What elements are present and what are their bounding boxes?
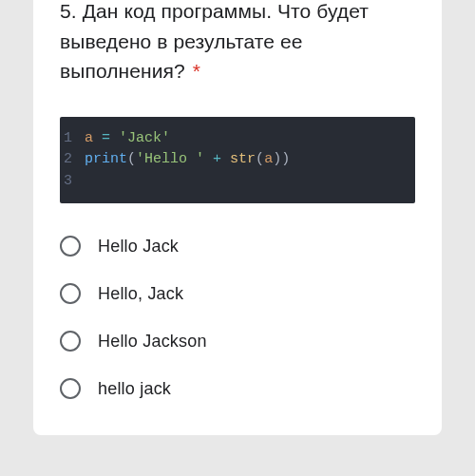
question-card: 5. Дан код программы. Что будет выведено… [33, 0, 442, 435]
code-line: 1a = 'Jack' [64, 128, 411, 150]
radio-icon[interactable] [60, 378, 81, 399]
option-3[interactable]: hello jack [60, 365, 415, 412]
option-2[interactable]: Hello Jackson [60, 317, 415, 365]
option-label: hello jack [98, 379, 171, 399]
option-1[interactable]: Hello, Jack [60, 270, 415, 317]
required-asterisk: * [193, 60, 200, 82]
option-label: Hello Jack [98, 237, 179, 257]
radio-icon[interactable] [60, 331, 81, 352]
line-number: 3 [64, 171, 85, 193]
options-list: Hello JackHello, JackHello Jacksonhello … [60, 222, 415, 412]
question-text: 5. Дан код программы. Что будет выведено… [60, 0, 415, 86]
code-content: a = 'Jack' [85, 128, 170, 150]
code-line: 3 [64, 171, 411, 193]
option-0[interactable]: Hello Jack [60, 222, 415, 270]
line-number: 2 [64, 149, 85, 171]
code-line: 2print('Hello ' + str(a)) [64, 149, 411, 171]
question-body: Дан код программы. Что будет выведено в … [60, 0, 369, 82]
option-label: Hello, Jack [98, 284, 183, 304]
radio-icon[interactable] [60, 283, 81, 304]
option-label: Hello Jackson [98, 332, 207, 352]
code-block: 1a = 'Jack'2print('Hello ' + str(a))3 [60, 117, 415, 204]
question-number: 5. [60, 0, 77, 22]
line-number: 1 [64, 128, 85, 150]
code-content: print('Hello ' + str(a)) [85, 149, 290, 171]
radio-icon[interactable] [60, 236, 81, 257]
